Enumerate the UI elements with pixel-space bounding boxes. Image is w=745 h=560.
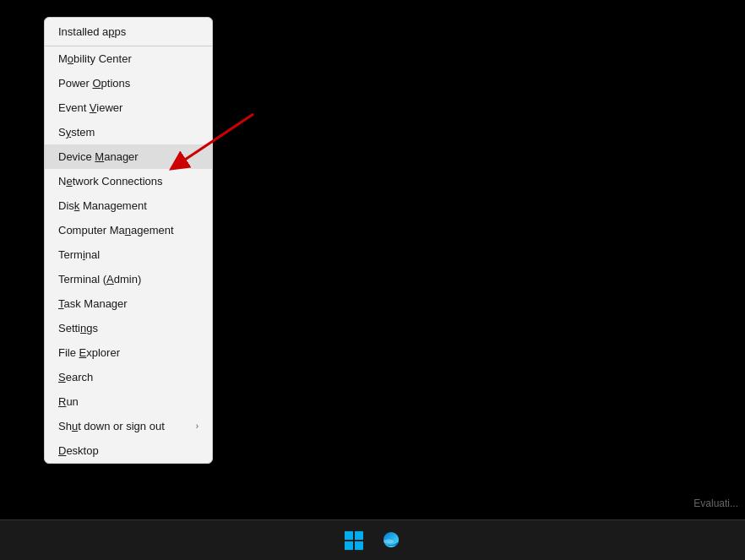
menu-item-run[interactable]: Run: [45, 389, 212, 414]
menu-item-label: Terminal (Admin): [58, 273, 141, 285]
menu-item-event-viewer[interactable]: Event Viewer: [45, 95, 212, 120]
menu-item-file-explorer[interactable]: File Explorer: [45, 340, 212, 365]
menu-item-label: Search: [58, 371, 93, 383]
menu-item-label: Event Viewer: [58, 101, 122, 114]
svg-rect-1: [345, 531, 353, 540]
menu-item-installed-apps[interactable]: Installed apps: [45, 18, 212, 46]
menu-item-label: Desktop: [58, 444, 99, 457]
menu-item-label: Computer Management: [58, 224, 174, 237]
desktop: Installed apps Mobility Center Power Opt…: [0, 0, 745, 560]
menu-item-terminal[interactable]: Terminal: [45, 242, 212, 267]
taskbar: [0, 519, 745, 560]
menu-item-label: Settings: [58, 322, 98, 334]
svg-rect-3: [345, 541, 353, 550]
taskbar-icons: [337, 524, 408, 557]
menu-item-label: Power Options: [58, 77, 130, 90]
menu-item-label: System: [58, 126, 95, 139]
menu-item-computer-management[interactable]: Computer Management: [45, 218, 212, 242]
menu-item-device-manager[interactable]: Device Manager: [45, 144, 212, 169]
menu-item-label: Disk Management: [58, 199, 147, 212]
menu-item-network-connections[interactable]: Network Connections: [45, 169, 212, 193]
menu-item-shut-down[interactable]: Shut down or sign out ›: [45, 414, 212, 438]
submenu-chevron-icon: ›: [196, 421, 198, 431]
menu-item-search[interactable]: Search: [45, 365, 212, 389]
watermark-text: Evaluati...: [687, 494, 745, 513]
menu-item-label: Mobility Center: [58, 52, 132, 65]
edge-icon: [381, 530, 401, 551]
start-button[interactable]: [337, 524, 371, 557]
menu-item-label: Installed apps: [58, 25, 126, 38]
menu-item-system[interactable]: System: [45, 120, 212, 144]
menu-item-disk-management[interactable]: Disk Management: [45, 193, 212, 218]
context-menu: Installed apps Mobility Center Power Opt…: [44, 17, 213, 464]
menu-item-terminal-admin[interactable]: Terminal (Admin): [45, 267, 212, 291]
svg-rect-2: [355, 531, 363, 540]
menu-item-label: Task Manager: [58, 297, 128, 310]
menu-item-label: Shut down or sign out: [58, 420, 165, 432]
menu-item-power-options[interactable]: Power Options: [45, 71, 212, 95]
svg-point-5: [383, 539, 394, 543]
menu-item-task-manager[interactable]: Task Manager: [45, 291, 212, 316]
menu-item-label: Terminal: [58, 248, 100, 261]
menu-item-label: Network Connections: [58, 175, 163, 188]
menu-item-mobility-center[interactable]: Mobility Center: [45, 46, 212, 71]
menu-item-label: File Explorer: [58, 346, 120, 359]
menu-item-label: Device Manager: [58, 150, 139, 163]
svg-rect-4: [355, 541, 363, 550]
menu-item-settings[interactable]: Settings: [45, 316, 212, 340]
edge-button[interactable]: [374, 524, 408, 557]
menu-item-label: Run: [58, 395, 79, 408]
windows-logo-icon: [344, 530, 364, 551]
menu-item-desktop[interactable]: Desktop: [45, 438, 212, 463]
